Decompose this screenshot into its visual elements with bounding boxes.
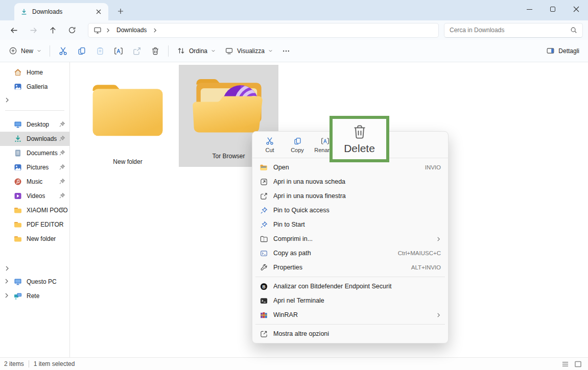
sidebar-separator (5, 110, 64, 111)
forward-button[interactable] (25, 22, 42, 38)
sidebar-item-videos[interactable]: Videos (0, 189, 69, 203)
copy-icon (77, 46, 86, 56)
pin-icon (260, 220, 268, 229)
context-copy-button[interactable]: Copy (284, 133, 311, 157)
sidebar-item-music[interactable]: Music (0, 175, 69, 189)
details-pane-icon (546, 46, 555, 55)
breadcrumb-downloads[interactable]: Downloads (114, 26, 149, 35)
home-icon (14, 68, 22, 77)
delete-button[interactable] (146, 42, 164, 60)
search-box[interactable] (444, 23, 583, 38)
refresh-button[interactable] (63, 22, 81, 38)
menu-item-open-new-window[interactable]: Apri in una nuova finestra (254, 189, 446, 203)
search-input[interactable] (450, 27, 570, 34)
file-name: New folder (113, 158, 142, 165)
trash-icon (352, 124, 367, 140)
tab-close-icon[interactable] (94, 7, 103, 16)
context-cut-button[interactable]: Cut (256, 133, 283, 157)
tab-downloads[interactable]: Downloads (14, 3, 108, 20)
back-button[interactable] (5, 22, 22, 38)
sort-button-label: Ordina (189, 47, 207, 55)
chevron-right-icon[interactable] (4, 279, 9, 284)
file-name: Tor Browser (212, 153, 245, 160)
copy-button[interactable] (73, 42, 91, 60)
bitdefender-icon: B (260, 282, 268, 290)
new-button[interactable]: New (4, 42, 46, 60)
large-icons-view-toggle-icon[interactable] (574, 361, 582, 367)
menu-item-compress[interactable]: Comprimi in... (254, 232, 446, 246)
chevron-down-icon (37, 48, 41, 53)
folder-icon (14, 220, 22, 229)
show-more-options-icon (260, 330, 268, 338)
menu-item-pin-to-start[interactable]: Pin to Start (254, 217, 446, 232)
sidebar-item-xiaomi-poco[interactable]: XIAOMI POCO F (0, 203, 69, 217)
menu-item-open-new-tab[interactable]: Apri in una nuova scheda (254, 175, 446, 189)
tree-expander[interactable] (0, 262, 69, 275)
paste-button[interactable] (91, 42, 109, 60)
menu-item-open[interactable]: Open INVIO (254, 160, 446, 175)
view-button[interactable]: Visualizza (220, 42, 277, 60)
details-pane-button[interactable]: Dettagli (542, 42, 584, 60)
sidebar-item-rete[interactable]: Rete (0, 289, 69, 303)
command-toolbar: New (0, 40, 588, 62)
winrar-icon (260, 311, 268, 319)
minimize-button[interactable] (518, 0, 541, 18)
tab-bar: Downloads (0, 0, 588, 20)
wrench-icon (260, 263, 268, 272)
downloads-icon (14, 135, 22, 143)
menu-item-properties[interactable]: Properties ALT+INVIO (254, 260, 446, 275)
menu-item-open-terminal[interactable]: Apri nel Terminale (254, 293, 446, 308)
tree-expander[interactable] (0, 94, 69, 106)
rename-icon (114, 46, 123, 56)
address-bar[interactable]: Downloads (88, 23, 439, 38)
sidebar-item-new-folder[interactable]: New folder (0, 232, 69, 246)
sidebar-item-downloads[interactable]: Downloads (0, 132, 69, 146)
maximize-button[interactable] (541, 0, 565, 18)
context-menu-separator (255, 324, 445, 325)
up-button[interactable] (44, 22, 61, 38)
details-view-toggle-icon[interactable] (561, 361, 569, 367)
selection-count: 1 item selected (34, 360, 75, 367)
chevron-right-icon[interactable] (4, 293, 9, 298)
sidebar-item-galleria[interactable]: Galleria (0, 80, 69, 94)
new-button-label: New (21, 47, 33, 55)
file-tile-new-folder[interactable]: New folder (83, 69, 173, 171)
pin-icon (59, 192, 65, 199)
open-new-tab-icon (260, 178, 268, 186)
sidebar-item-documents[interactable]: Documents (0, 146, 69, 160)
sidebar-item-questo-pc[interactable]: Questo PC (0, 275, 69, 289)
terminal-icon (260, 297, 268, 305)
network-icon (14, 292, 22, 300)
sort-button[interactable]: Ordina (172, 42, 220, 60)
open-new-window-icon (260, 192, 268, 200)
menu-item-copy-as-path[interactable]: Copy as path Ctrl+MAIUSC+C (254, 246, 446, 260)
menu-item-bitdefender-scan[interactable]: B Analizar con Bitdefender Endpoint Secu… (254, 279, 446, 293)
music-icon (14, 178, 22, 186)
more-options-button[interactable] (277, 42, 295, 60)
desktop-icon (14, 120, 22, 129)
navigation-bar: Downloads (0, 20, 588, 40)
sidebar-item-home[interactable]: Home (0, 65, 69, 80)
menu-item-show-more-options[interactable]: Mostra altre opzioni (254, 327, 446, 341)
sidebar-item-desktop[interactable]: Desktop (0, 117, 69, 132)
search-icon (570, 27, 577, 34)
navigation-sidebar: Home Galleria (0, 62, 70, 357)
share-button[interactable] (128, 42, 146, 60)
cut-button[interactable] (54, 42, 73, 60)
this-pc-icon (93, 26, 102, 34)
pin-icon (59, 178, 65, 185)
pin-icon (260, 206, 268, 214)
delete-highlight-annotation[interactable]: Delete (330, 116, 389, 162)
gallery-icon (14, 83, 22, 91)
menu-item-winrar[interactable]: WinRAR (254, 308, 446, 322)
menu-item-pin-quick-access[interactable]: Pin to Quick access (254, 203, 446, 217)
rename-button[interactable] (109, 42, 128, 60)
sidebar-item-pdf-editor[interactable]: PDF EDITOR (0, 217, 69, 232)
toolbar-separator (168, 45, 169, 57)
new-tab-button[interactable] (113, 4, 128, 18)
open-folder-icon (260, 163, 268, 171)
toolbar-separator (50, 45, 50, 57)
close-button[interactable] (565, 0, 588, 18)
context-menu-items: Open INVIO Apri in una nuova scheda (252, 158, 448, 341)
sidebar-item-pictures[interactable]: Pictures (0, 160, 69, 175)
